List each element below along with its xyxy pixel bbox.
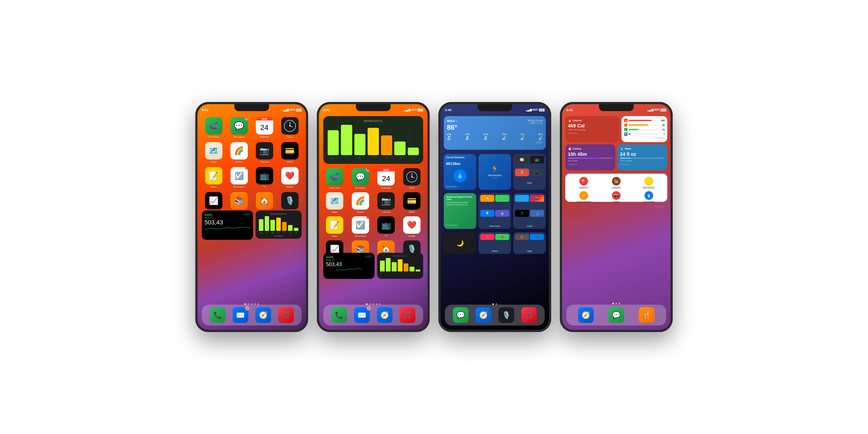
dock-phone-2[interactable]: 📞 bbox=[331, 307, 347, 323]
foodnoms-scan-btn[interactable]: 📷 SCAN bbox=[601, 191, 631, 203]
news-app-1[interactable]: 📰 bbox=[515, 156, 529, 163]
app-camera-1[interactable]: 📷 Camera bbox=[254, 142, 275, 163]
weather-hilo: H:87° L:71° bbox=[528, 122, 543, 124]
amex-widget[interactable]: American Express Green Card 3x Membershi… bbox=[444, 193, 476, 229]
social-app-2[interactable]: 📷 bbox=[530, 195, 544, 202]
dock-forks-4[interactable]: 🍴 bbox=[639, 307, 654, 323]
app-photos-1[interactable]: 🌈 Photos bbox=[228, 142, 250, 163]
moon-icon-cell: 🌙 bbox=[444, 232, 476, 254]
phone-2: 9:41 ▂▄▆ WiFi ▓▓▓ WORKOUTS bbox=[317, 102, 430, 332]
app-calendar-2[interactable]: MON 24 Calendar bbox=[375, 168, 398, 189]
smarthome-app-2[interactable]: 🌡️ bbox=[495, 195, 509, 202]
stocks-name: Apple Inc. bbox=[205, 217, 214, 219]
news-label: News bbox=[515, 182, 544, 188]
dock-safari-2[interactable]: 🧭 bbox=[377, 307, 393, 323]
dock-mail-2[interactable]: ✉️ 9 bbox=[354, 307, 370, 323]
amex-label: CardPointers bbox=[446, 224, 474, 226]
app-wallet-1[interactable]: 💳 Wallet bbox=[279, 142, 301, 163]
app-notes-1[interactable]: 📝 Notes bbox=[203, 167, 224, 188]
waterminder-widget[interactable]: Current Hydration 46/128oz 💧 WaterMinder bbox=[444, 154, 476, 190]
foodnoms-quickentry-btn[interactable]: ⚡ QUICK ENTRY bbox=[568, 191, 599, 203]
app-notes-2[interactable]: 📝 Notes bbox=[323, 216, 346, 238]
foodnoms-search-btn[interactable]: 🔍 SEARCH bbox=[568, 177, 599, 189]
social-app-3[interactable]: 📱 bbox=[515, 210, 529, 217]
news-app-4[interactable]: 📱 bbox=[530, 168, 544, 176]
calories-main-widget: 🔥 Calories 469 Cal 1,352 Cal remaining F… bbox=[565, 116, 619, 142]
gym-bar-wed bbox=[270, 220, 275, 231]
news-app-3[interactable]: 🎙️ bbox=[515, 168, 529, 176]
wb-sun bbox=[408, 148, 419, 155]
foodnoms-search-label: SEARCH bbox=[579, 187, 588, 189]
gym-bar-sat bbox=[288, 225, 292, 231]
dock-mail-1[interactable]: ✉️ 9 bbox=[232, 307, 248, 323]
weather-widget-3: Waco ↑ 86° Mostly Cloudy H:87° L:71° 4PM… bbox=[444, 116, 546, 150]
myfitnesspal-widget[interactable]: 🏃 MyFitnessPal E A O bbox=[478, 154, 511, 190]
news-app-2[interactable]: 📺 bbox=[530, 156, 544, 163]
social-app-1[interactable]: 🐦 bbox=[515, 195, 529, 202]
apple-app-1[interactable]: 🍎 bbox=[515, 234, 529, 240]
app-books-1[interactable]: 📚 Books bbox=[228, 192, 250, 213]
app-tv-1[interactable]: 📺 TV bbox=[254, 167, 275, 188]
wifi-icon-1: WiFi bbox=[290, 108, 295, 111]
amex-desc: 3x Membership Rewards points at restaura… bbox=[446, 202, 474, 224]
app-voicememos-1[interactable]: 🎙️ Voice Memos bbox=[279, 192, 301, 213]
app-wallet-2[interactable]: 💳 Wallet bbox=[401, 192, 423, 213]
app-camera-2[interactable]: 📷 Camera bbox=[375, 192, 398, 213]
foodnoms-favorites-btn[interactable]: ⭐ FAVORITES bbox=[633, 177, 664, 189]
dock-safari-1[interactable]: 🧭 bbox=[255, 307, 271, 323]
smartgym-widget-2: WORKOUTS M T W T bbox=[377, 253, 423, 279]
dock-messages-3[interactable]: 💬 bbox=[453, 307, 468, 323]
app-messages-2[interactable]: 💬 1 Messages bbox=[349, 168, 372, 189]
dock-overcast-3[interactable]: 🎙️ bbox=[498, 307, 514, 323]
foodnoms-library-btn[interactable]: 📚 LIBRARY bbox=[601, 177, 631, 189]
wb-sat bbox=[394, 142, 405, 155]
app-facetime-2[interactable]: 📹 FaceTime bbox=[323, 168, 346, 189]
fitness-app-1[interactable]: 🏃 bbox=[480, 234, 494, 240]
app-messages-1[interactable]: 💬 1 Messages bbox=[228, 117, 250, 138]
dock-phone-1[interactable]: 📞 bbox=[210, 307, 225, 323]
app-clock-1[interactable]: Clock bbox=[279, 117, 301, 138]
dock-music-3[interactable]: 🎵 bbox=[521, 307, 537, 323]
smarthome-app-1[interactable]: 🏠 bbox=[480, 195, 494, 202]
app-health-1[interactable]: ❤️ Health bbox=[279, 167, 301, 188]
app-reminders-2[interactable]: ☑️ 1 Reminders bbox=[349, 216, 372, 238]
app-clock-2[interactable]: Clock bbox=[401, 168, 423, 189]
wb-tue bbox=[341, 125, 352, 155]
app-reminders-1[interactable]: ☑️ 1 Reminders bbox=[228, 167, 250, 188]
app-health-2[interactable]: ❤️ Health bbox=[401, 216, 423, 238]
app-home-1[interactable]: 🏠 Home bbox=[254, 192, 275, 213]
app-grid-1: 📹 FaceTime 💬 1 Messages MON 24 bbox=[202, 117, 302, 213]
cal-num-4: 7 bbox=[659, 133, 665, 135]
app-facetime-1[interactable]: 📹 FaceTime bbox=[203, 117, 224, 138]
gym-bar-thu bbox=[276, 218, 281, 231]
smarthome-app-4[interactable]: 🔒 bbox=[495, 210, 509, 217]
status-icons-4: ▂▄▆ WiFi ▓▓▓ bbox=[648, 108, 666, 111]
smarthome-app-3[interactable]: 💡 bbox=[480, 210, 494, 217]
apple-app-2[interactable]: 📺 bbox=[530, 234, 544, 240]
fitness-app-2[interactable]: ❤️ bbox=[495, 234, 509, 240]
gym-bar-sun bbox=[294, 228, 299, 231]
gym-bar-mon bbox=[259, 219, 264, 231]
calories-bars-widget: 🔥 469 🥩 66 🥦 34 💊 bbox=[621, 116, 667, 142]
foodnoms-logdrink-btn[interactable]: 🥤 LOG DRINK bbox=[633, 191, 664, 203]
dock-music-2[interactable]: 🎵 bbox=[400, 307, 415, 323]
waterminder-value: 46/128oz bbox=[446, 162, 474, 166]
app-maps-1[interactable]: 🗺️ Maps bbox=[203, 142, 224, 163]
app-maps-2[interactable]: 🗺️ Maps bbox=[323, 192, 346, 213]
app-photos-2[interactable]: 🌈 Photos bbox=[349, 192, 372, 213]
social-app-4[interactable]: 📘 bbox=[530, 210, 544, 217]
dock-messages-4[interactable]: 💬 bbox=[609, 307, 624, 323]
app-tv-2[interactable]: 📺 TV bbox=[375, 216, 398, 238]
gym-bar-fri bbox=[282, 222, 287, 231]
widget-row3-3: 🌙 🏃 ❤️ Fitness 🍎 📺 Apple bbox=[444, 232, 546, 254]
app-calendar-1[interactable]: MON 24 Calendar bbox=[254, 117, 275, 138]
workout-title-2: WORKOUTS bbox=[327, 119, 420, 123]
water-droplet-icon: 💧 bbox=[454, 169, 467, 182]
dock-safari-3[interactable]: 🧭 bbox=[476, 307, 491, 323]
wifi-icon-3: WiFi bbox=[533, 108, 538, 111]
app-stocks-1[interactable]: 📈 Stocks bbox=[203, 192, 224, 213]
dock-safari-4[interactable]: 🧭 bbox=[578, 307, 594, 323]
foodnoms-library-label: LIBRARY bbox=[612, 187, 621, 189]
dock-music-1[interactable]: 🎵 bbox=[278, 307, 294, 323]
phone-1: 9:41 ▂▄▆ WiFi ▓▓▓ 📹 FaceTime 💬 1 bbox=[195, 102, 308, 332]
